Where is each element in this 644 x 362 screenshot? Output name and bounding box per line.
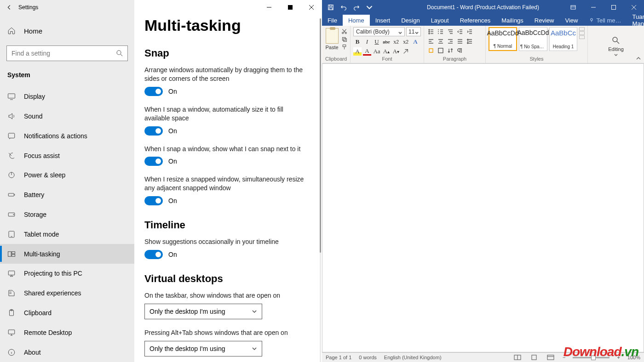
tab-file[interactable]: File xyxy=(322,15,343,26)
status-page[interactable]: Page 1 of 1 xyxy=(326,355,351,360)
print-layout-button[interactable] xyxy=(529,354,539,361)
style-normal[interactable]: AaBbCcDd ¶ Normal xyxy=(489,27,517,51)
shrink-font-button[interactable]: A▾ xyxy=(392,47,400,56)
save-button[interactable] xyxy=(328,4,334,11)
status-words[interactable]: 0 words xyxy=(359,355,377,360)
line-spacing-button[interactable] xyxy=(466,37,474,45)
sidebar-item-power-sleep[interactable]: Power & sleep xyxy=(0,165,134,185)
redo-button[interactable] xyxy=(353,4,360,11)
sidebar-item-projecting[interactable]: Projecting to this PC xyxy=(0,264,134,283)
snap-toggle-0[interactable] xyxy=(144,87,163,96)
snap-toggle-1[interactable] xyxy=(144,126,163,136)
superscript-button[interactable]: x2 xyxy=(402,38,410,46)
tab-design[interactable]: Design xyxy=(396,15,425,26)
tab-insert[interactable]: Insert xyxy=(370,15,396,26)
sidebar-item-remote-desktop[interactable]: Remote Desktop xyxy=(0,322,134,342)
vd-dropdown-0[interactable]: Only the desktop I'm using xyxy=(144,304,262,319)
align-left-button[interactable] xyxy=(427,37,435,45)
grow-font-button[interactable]: A▴ xyxy=(382,47,391,56)
cut-button[interactable] xyxy=(341,28,347,34)
tab-review[interactable]: Review xyxy=(529,15,560,26)
ribbon-display-options[interactable] xyxy=(563,0,583,15)
zoom-slider[interactable] xyxy=(573,357,610,358)
shading-button[interactable] xyxy=(427,46,435,55)
user-name[interactable]: Tuan Manh xyxy=(627,15,644,26)
italic-button[interactable]: I xyxy=(363,38,371,46)
sidebar-item-focus-assist[interactable]: Focus assist xyxy=(0,146,134,165)
style-no-spacing[interactable]: AaBbCcDd ¶ No Spac… xyxy=(519,27,547,51)
content-scrollbar[interactable] xyxy=(320,18,321,253)
sidebar-item-clipboard[interactable]: Clipboard xyxy=(0,303,134,323)
tell-me[interactable]: Tell me… xyxy=(583,15,627,26)
sidebar-item-about[interactable]: About xyxy=(0,342,134,362)
snap-toggle-3[interactable] xyxy=(144,196,163,205)
underline-button[interactable]: U xyxy=(373,38,381,46)
copy-button[interactable] xyxy=(341,36,347,42)
tab-mailings[interactable]: Mailings xyxy=(496,15,529,26)
align-right-button[interactable] xyxy=(446,37,454,45)
borders-button[interactable] xyxy=(437,46,445,55)
font-color-button[interactable]: A xyxy=(363,47,371,56)
sidebar-item-multitasking[interactable]: Multi-tasking xyxy=(0,244,134,264)
settings-search[interactable] xyxy=(6,45,128,61)
collapse-ribbon-button[interactable] xyxy=(636,56,641,62)
clear-formatting-button[interactable] xyxy=(402,47,410,56)
sidebar-item-storage[interactable]: Storage xyxy=(0,205,134,225)
font-name-dropdown[interactable]: Calibri (Body) xyxy=(353,27,405,36)
zoom-in-button[interactable]: + xyxy=(617,355,620,360)
sidebar-item-sound[interactable]: Sound xyxy=(0,107,134,126)
back-button[interactable] xyxy=(0,0,18,15)
sidebar-item-tablet-mode[interactable]: Tablet mode xyxy=(0,224,134,244)
bullets-button[interactable] xyxy=(427,27,435,35)
undo-button[interactable] xyxy=(340,4,347,11)
multilevel-list-button[interactable] xyxy=(446,27,454,35)
decrease-indent-button[interactable] xyxy=(456,27,464,35)
style-heading1[interactable]: AaBbCc Heading 1 xyxy=(549,27,577,51)
sort-button[interactable] xyxy=(446,46,454,55)
svg-rect-11 xyxy=(12,254,15,256)
sidebar-item-battery[interactable]: Battery xyxy=(0,185,134,205)
web-layout-button[interactable] xyxy=(546,354,555,361)
sidebar-home[interactable]: Home xyxy=(0,21,134,41)
svg-point-7 xyxy=(13,214,14,215)
sidebar-item-display[interactable]: Display xyxy=(0,87,134,107)
text-effects-button[interactable]: A xyxy=(411,38,420,46)
settings-search-input[interactable] xyxy=(7,50,127,57)
show-marks-button[interactable] xyxy=(456,46,464,55)
increase-indent-button[interactable] xyxy=(466,27,474,35)
align-center-button[interactable] xyxy=(437,37,445,45)
editing-button[interactable]: Editing xyxy=(608,33,624,57)
bold-button[interactable]: B xyxy=(353,38,362,46)
word-page[interactable] xyxy=(322,63,644,352)
word-document-area[interactable] xyxy=(322,63,644,352)
strikethrough-button[interactable]: abc xyxy=(382,38,391,46)
tab-layout[interactable]: Layout xyxy=(426,15,454,26)
qat-customize[interactable] xyxy=(366,4,373,11)
maximize-button[interactable] xyxy=(604,0,624,15)
format-painter-button[interactable] xyxy=(341,44,347,50)
status-language[interactable]: English (United Kingdom) xyxy=(384,355,442,360)
minimize-button[interactable] xyxy=(583,0,604,15)
close-button[interactable] xyxy=(624,0,644,15)
subscript-button[interactable]: x2 xyxy=(392,38,400,46)
vd-dropdown-1[interactable]: Only the desktop I'm using xyxy=(144,341,262,356)
justify-button[interactable] xyxy=(456,37,464,45)
styles-gallery-more[interactable] xyxy=(579,27,585,39)
tab-home[interactable]: Home xyxy=(343,15,370,26)
zoom-out-button[interactable]: − xyxy=(563,355,565,360)
sidebar-item-notifications[interactable]: Notifications & actions xyxy=(0,126,134,146)
tab-references[interactable]: References xyxy=(454,15,496,26)
font-size-dropdown[interactable]: 11 xyxy=(406,27,421,36)
multitasking-icon xyxy=(7,250,16,258)
timeline-toggle[interactable] xyxy=(144,250,163,259)
numbering-button[interactable] xyxy=(437,27,445,35)
read-mode-button[interactable] xyxy=(513,354,522,361)
tab-view[interactable]: View xyxy=(559,15,583,26)
zoom-level[interactable]: 100% xyxy=(627,355,640,360)
highlight-button[interactable]: A xyxy=(353,47,362,56)
snap-toggle-2[interactable] xyxy=(144,157,163,166)
sidebar-item-shared-experiences[interactable]: Shared experiences xyxy=(0,283,134,303)
paste-button[interactable]: Paste xyxy=(325,27,339,50)
sidebar-item-label: Power & sleep xyxy=(24,171,65,179)
change-case-button[interactable]: Aa xyxy=(373,47,381,56)
